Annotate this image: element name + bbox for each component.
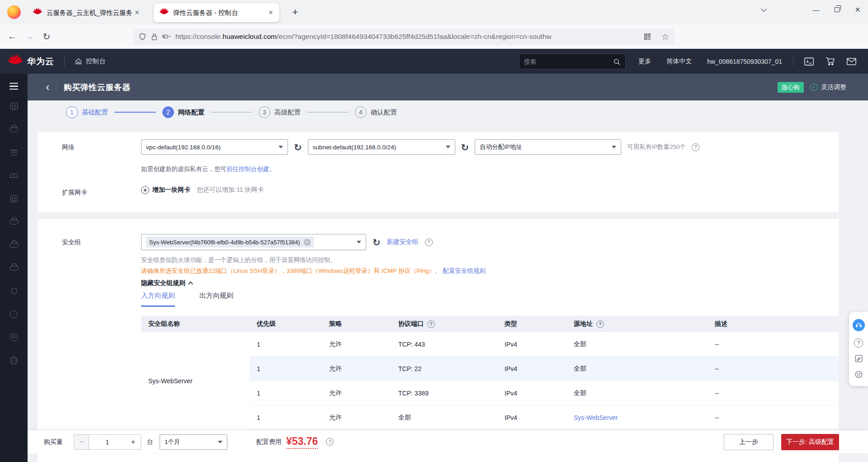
new-security-group-link[interactable]: 新建安全组 bbox=[387, 238, 419, 246]
column-help-icon[interactable]: ? bbox=[596, 320, 604, 328]
cloud-storage-icon[interactable] bbox=[9, 217, 19, 227]
language-switch[interactable]: 简体中文 bbox=[666, 57, 692, 66]
step-label: 基础配置 bbox=[82, 108, 108, 117]
window-close-button[interactable]: × bbox=[847, 5, 868, 15]
search-icon[interactable] bbox=[613, 58, 621, 66]
more-menu[interactable]: 更多 bbox=[638, 57, 651, 66]
cell-description: -- bbox=[708, 332, 839, 357]
qr-code-icon[interactable] bbox=[643, 33, 651, 41]
security-refresh-icon[interactable]: ↻ bbox=[373, 238, 381, 247]
browser-tab-2-active[interactable]: 弹性云服务器 - 控制台 × bbox=[154, 3, 279, 22]
back-button[interactable]: ← bbox=[4, 31, 21, 42]
tracking-shield-icon[interactable] bbox=[138, 33, 146, 41]
flexible-adjust-label[interactable]: ✓ 灵活调整 bbox=[810, 83, 846, 91]
security-help-icon[interactable]: ? bbox=[425, 238, 433, 246]
cloud-server-icon[interactable] bbox=[9, 124, 19, 134]
ip-mode-select[interactable]: 自动分配IP地址 bbox=[475, 139, 621, 155]
previous-step-button[interactable]: 上一步 bbox=[724, 434, 774, 450]
feedback-form-icon[interactable] bbox=[854, 354, 863, 363]
tab-close-icon[interactable]: × bbox=[133, 9, 141, 17]
cart-icon[interactable] bbox=[826, 57, 835, 66]
cloud-backup-icon[interactable] bbox=[9, 240, 19, 250]
header-search-box[interactable] bbox=[519, 54, 626, 69]
smiley-feedback-icon[interactable] bbox=[854, 370, 863, 379]
quantity-minus-button[interactable]: − bbox=[74, 434, 89, 450]
help-icon[interactable]: ? bbox=[854, 338, 863, 348]
quantity-plus-button[interactable]: + bbox=[126, 434, 141, 450]
step-2[interactable]: 2网络配置 bbox=[162, 106, 204, 118]
image-box-icon[interactable] bbox=[9, 194, 19, 204]
hide-rules-toggle[interactable]: 隐藏安全组规则 bbox=[141, 279, 193, 287]
cli-terminal-icon[interactable] bbox=[804, 57, 814, 66]
goto-console-link[interactable]: 前往控制台创建。 bbox=[226, 166, 275, 172]
cell-source: 全部 bbox=[566, 332, 708, 357]
browser-tab-1[interactable]: 云服务器_云主机_弹性云服务器 × bbox=[27, 3, 146, 22]
step-number: 3 bbox=[259, 106, 270, 118]
remove-tag-icon[interactable]: × bbox=[304, 239, 311, 246]
column-help-icon[interactable]: ? bbox=[427, 320, 435, 328]
cell-source: 全部 bbox=[566, 357, 708, 381]
permissions-icon[interactable] bbox=[162, 33, 171, 40]
page-title-bar: ‹ 购买弹性云服务器 放心购 ✓ 灵活调整 bbox=[28, 74, 868, 100]
drop-icon[interactable] bbox=[9, 286, 19, 296]
column-header: 策略 bbox=[322, 316, 391, 332]
autoscale-wave-icon[interactable] bbox=[9, 171, 19, 181]
console-nav-link[interactable]: 控制台 bbox=[75, 57, 106, 66]
support-float-toolbar: ? bbox=[849, 312, 868, 386]
cell-description: -- bbox=[708, 381, 839, 405]
add-nic-button[interactable]: + 增加一块网卡 bbox=[141, 186, 190, 194]
cell-source[interactable]: Sys-WebServer bbox=[566, 405, 708, 430]
worry-free-badge[interactable]: 放心购 bbox=[778, 82, 804, 93]
tab-list-chevron-icon[interactable] bbox=[753, 6, 774, 14]
back-chevron-icon[interactable]: ‹ bbox=[46, 81, 50, 93]
search-input[interactable] bbox=[524, 58, 613, 65]
vpc-hint: 如需创建新的虚拟私有云，您可前往控制台创建。 bbox=[141, 165, 275, 173]
account-name[interactable]: hw_008618750930307_01 bbox=[707, 58, 782, 65]
vpc-refresh-icon[interactable]: ↻ bbox=[294, 143, 302, 152]
subnet-refresh-icon[interactable]: ↻ bbox=[461, 143, 469, 152]
ip-help-icon[interactable]: ? bbox=[692, 143, 699, 151]
step-number: 4 bbox=[355, 106, 367, 118]
security-rules-table: 安全组名称优先级策略协议端口?类型源地址?描述Sys-WebServer1允许T… bbox=[141, 316, 839, 430]
url-bar[interactable]: https://console.huaweicloud.com/ecm/?age… bbox=[133, 29, 675, 45]
subnet-select[interactable]: subnet-default(192.168.0.0/24) bbox=[308, 139, 455, 155]
smart-assistant-icon[interactable] bbox=[853, 319, 865, 331]
group-icon[interactable] bbox=[9, 332, 19, 342]
firefox-icon[interactable] bbox=[7, 5, 21, 19]
compute-cloud-icon[interactable] bbox=[9, 101, 19, 111]
lock-icon[interactable] bbox=[151, 33, 158, 41]
brand-name[interactable]: 华为云 bbox=[27, 56, 54, 67]
next-step-button[interactable]: 下一步: 高级配置 bbox=[781, 434, 839, 450]
mail-icon[interactable] bbox=[847, 58, 856, 65]
security-group-select[interactable]: Sys-WebServer(f4b760f8-efb0-4d9b-b54b-52… bbox=[141, 234, 366, 250]
bookmark-star-icon[interactable]: ☆ bbox=[661, 32, 669, 42]
security-select-row: Sys-WebServer(f4b760f8-efb0-4d9b-b54b-52… bbox=[141, 234, 433, 250]
tab-title: 云服务器_云主机_弹性云服务器 bbox=[47, 9, 133, 17]
reload-button[interactable]: ↻ bbox=[38, 31, 55, 42]
cloud-volume-icon[interactable] bbox=[9, 263, 19, 273]
cell-policy: 允许 bbox=[322, 381, 391, 405]
ip-circle-icon[interactable] bbox=[9, 309, 19, 319]
price-help-icon[interactable]: ? bbox=[326, 438, 334, 446]
tab-inbound-rules[interactable]: 入方向规则 bbox=[141, 291, 175, 307]
window-minimize-button[interactable]: — bbox=[806, 6, 826, 14]
step-1[interactable]: 1基础配置 bbox=[66, 106, 108, 118]
quantity-input[interactable] bbox=[89, 434, 126, 450]
forward-button[interactable]: → bbox=[21, 31, 38, 42]
step-4[interactable]: 4确认配置 bbox=[355, 106, 397, 118]
tab-outbound-rules[interactable]: 出方向规则 bbox=[199, 291, 233, 307]
new-tab-button[interactable]: + bbox=[288, 6, 303, 18]
layers-icon[interactable] bbox=[9, 148, 19, 157]
configure-rules-link[interactable]: 配置安全组规则 bbox=[443, 267, 486, 274]
tab-close-icon[interactable]: × bbox=[267, 9, 275, 17]
chevron-up-icon bbox=[188, 281, 193, 286]
step-3[interactable]: 3高级配置 bbox=[259, 106, 301, 118]
globe-icon[interactable] bbox=[9, 355, 19, 365]
period-select[interactable]: 1个月 bbox=[160, 434, 227, 450]
column-header: 安全组名称 bbox=[141, 316, 250, 332]
step-number: 2 bbox=[162, 106, 174, 118]
vpc-select[interactable]: vpc-default(192.168.0.0/16) bbox=[141, 139, 288, 155]
cell-description: -- bbox=[708, 357, 839, 381]
sidebar-menu-icon[interactable] bbox=[9, 83, 18, 90]
window-restore-button[interactable] bbox=[826, 6, 847, 14]
